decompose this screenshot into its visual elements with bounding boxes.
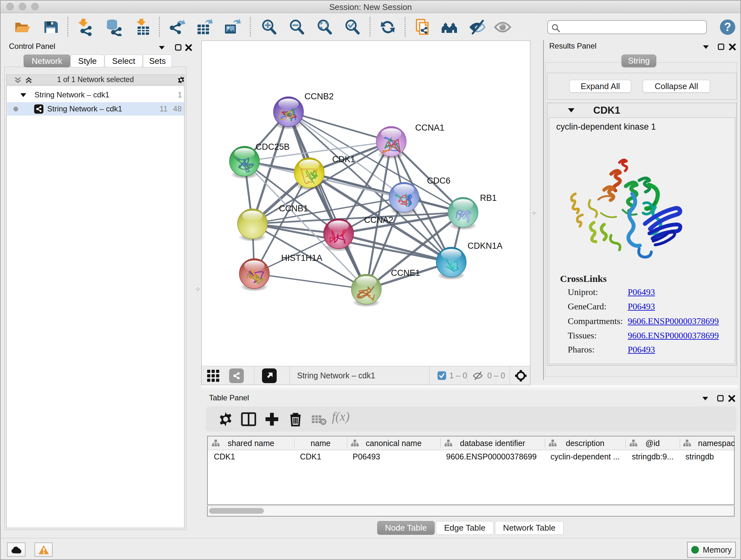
save-session-icon[interactable] <box>42 18 60 36</box>
status-bar: Memory <box>0 538 741 560</box>
tab-edge-table[interactable]: Edge Table <box>436 521 494 535</box>
hidden-count: 0 – 0 <box>487 371 505 380</box>
clone-network-icon[interactable] <box>414 18 432 36</box>
export-network-icon[interactable] <box>167 18 185 36</box>
warning-status-button[interactable] <box>35 543 53 557</box>
table-cell[interactable]: 9606.ENSP00000378699 <box>446 452 537 461</box>
tab-select[interactable]: Select <box>105 55 143 67</box>
cloud-icon <box>10 546 22 554</box>
search-input[interactable] <box>564 22 704 32</box>
zoom-out-icon[interactable] <box>288 18 306 36</box>
right-splitter-handle[interactable] <box>530 209 537 216</box>
table-panel-menu-icon[interactable] <box>700 394 710 403</box>
column-header-id[interactable]: @id <box>625 436 680 450</box>
tab-node-table[interactable]: Node Table <box>377 521 434 535</box>
column-header-description[interactable]: description <box>545 436 625 450</box>
delete-table-icon[interactable] <box>311 411 327 428</box>
collection-count: 1 <box>166 90 182 99</box>
left-splitter-handle[interactable] <box>194 286 201 292</box>
table-cell[interactable]: stringdb <box>685 452 714 461</box>
expand-all-button[interactable]: Expand All <box>569 80 631 92</box>
network-selection-status: 1 of 1 Network selected <box>7 75 184 84</box>
table-cell[interactable]: P06493 <box>353 452 380 461</box>
zoom-fit-icon[interactable] <box>316 18 333 36</box>
network-canvas[interactable]: CCNB2CCNA1CDC25BCDK1CDC6RB1CCNB1CCNA2CDK… <box>202 41 530 366</box>
help-icon[interactable]: ? <box>719 18 737 36</box>
export-image-icon[interactable] <box>223 18 241 36</box>
table-panel-float-icon[interactable] <box>716 394 725 403</box>
network-options-gear-icon[interactable] <box>177 76 185 84</box>
table-horizontal-scrollbar[interactable] <box>207 506 735 516</box>
column-header-database-identifier[interactable]: database identifier <box>441 436 545 450</box>
network-node-CDKN1A[interactable]: CDKN1A <box>436 241 502 280</box>
results-panel-close-icon[interactable] <box>728 42 737 52</box>
collapse-all-button[interactable]: Collapse All <box>643 80 710 92</box>
control-panel-menu-icon[interactable] <box>157 43 166 52</box>
zoom-in-icon[interactable] <box>260 18 278 36</box>
fit-content-crosshair-icon[interactable] <box>515 370 527 382</box>
tab-network-table[interactable]: Network Table <box>495 521 563 535</box>
entry-collapse-triangle-icon[interactable] <box>567 107 575 113</box>
control-panel-close-icon[interactable] <box>184 43 193 52</box>
open-in-window-button[interactable] <box>262 368 277 383</box>
results-panel-float-icon[interactable] <box>717 42 726 52</box>
collection-expand-triangle-icon[interactable] <box>20 92 27 98</box>
column-header-canonical-name[interactable]: canonical name <box>347 436 441 450</box>
open-session-icon[interactable] <box>13 18 31 36</box>
crosslinks-title: CrossLinks <box>560 273 607 284</box>
network-collection-row[interactable]: String Network – cdk1 1 <box>7 88 184 102</box>
tab-style[interactable]: Style <box>71 55 105 67</box>
results-panel-menu-icon[interactable] <box>701 42 711 52</box>
crosslink-link[interactable]: P06493 <box>628 301 655 312</box>
function-builder-icon[interactable]: f(x) <box>332 409 360 424</box>
crosslink-link[interactable]: P06493 <box>628 287 655 297</box>
crosslink-link[interactable]: 9606.ENSP00000378699 <box>628 330 719 341</box>
memory-button[interactable]: Memory <box>687 542 736 558</box>
column-header-namespace[interactable]: namespac <box>680 436 735 450</box>
network-row[interactable]: String Network – cdk1 11 48 <box>7 102 184 116</box>
tab-network[interactable]: Network <box>23 55 70 67</box>
column-header-shared-name[interactable]: shared name <box>208 436 294 450</box>
network-node-CCNB2[interactable]: CCNB2 <box>273 91 334 129</box>
network-edge[interactable] <box>254 273 366 289</box>
table-header: shared name name canonical name database… <box>208 436 734 450</box>
network-selector-bar: 1 of 1 Network selected <box>6 74 185 84</box>
table-cell[interactable]: CDK1 <box>214 452 235 461</box>
tab-string[interactable]: String <box>622 55 656 67</box>
network-node-CCNA1[interactable]: CCNA1 <box>376 123 445 159</box>
first-neighbors-icon[interactable] <box>441 18 458 36</box>
crosslink-link[interactable]: 9606.ENSP00000378699 <box>628 316 719 326</box>
split-panel-icon[interactable] <box>240 411 257 428</box>
add-column-icon[interactable] <box>264 411 280 428</box>
network-node-CDC6[interactable]: CDC6 <box>389 176 451 215</box>
crosslink-label: GeneCard: <box>568 301 606 311</box>
cloud-status-button[interactable] <box>7 543 25 557</box>
import-network-database-icon[interactable] <box>105 18 122 36</box>
import-table-file-icon[interactable] <box>133 18 151 36</box>
network-share-button[interactable] <box>229 368 244 383</box>
table-cell[interactable]: CDK1 <box>300 452 321 461</box>
results-entry-header[interactable]: CDK1 <box>547 103 736 118</box>
crosslink-link[interactable]: P06493 <box>628 345 655 355</box>
tab-sets[interactable]: Sets <box>143 55 172 67</box>
zoom-selected-icon[interactable] <box>343 18 361 36</box>
grid-view-icon[interactable] <box>207 370 220 382</box>
refresh-view-icon[interactable] <box>379 18 397 36</box>
scrollbar-thumb[interactable] <box>209 508 264 514</box>
results-panel: Results Panel String Expand All Collapse… <box>543 40 738 380</box>
table-settings-gear-icon[interactable] <box>217 411 234 428</box>
table-panel-close-icon[interactable] <box>727 394 737 403</box>
table-cell[interactable]: stringdb:9... <box>632 452 674 461</box>
selected-checkbox-icon[interactable] <box>437 371 446 380</box>
hide-selected-icon[interactable] <box>468 18 486 36</box>
column-header-name[interactable]: name <box>294 436 347 450</box>
network-node-HIST1H1A[interactable]: HIST1H1A <box>239 253 322 291</box>
node-label: CCNB1 <box>279 204 308 213</box>
delete-column-trash-icon[interactable] <box>287 411 304 428</box>
network-node-RB1[interactable]: RB1 <box>448 193 497 230</box>
export-table-icon[interactable] <box>196 18 213 36</box>
table-cell[interactable]: cyclin-dependent ... <box>550 452 620 461</box>
show-all-icon[interactable] <box>494 18 512 36</box>
import-network-file-icon[interactable] <box>76 18 93 36</box>
control-panel-float-icon[interactable] <box>174 43 183 52</box>
